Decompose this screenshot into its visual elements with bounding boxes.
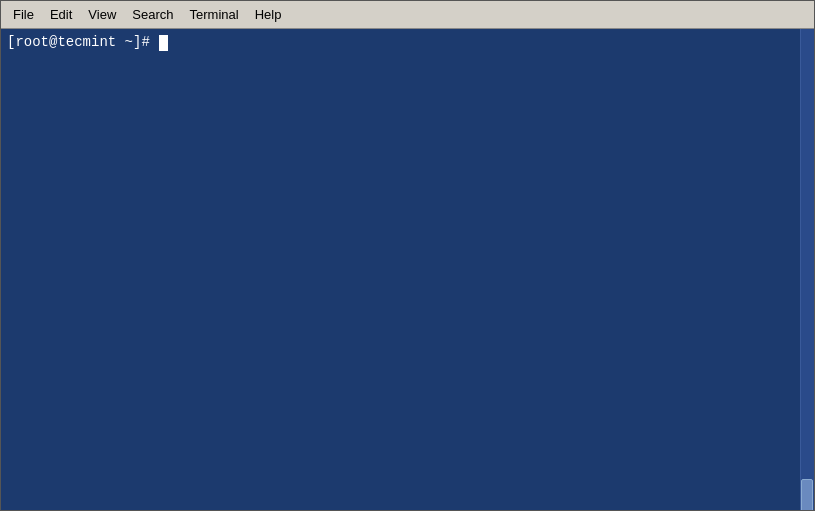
menu-file[interactable]: File [5, 4, 42, 25]
menu-view[interactable]: View [80, 4, 124, 25]
terminal-prompt-line: [root@tecmint ~]# [7, 33, 808, 53]
menu-help[interactable]: Help [247, 4, 290, 25]
terminal-cursor [159, 35, 168, 51]
menu-bar: File Edit View Search Terminal Help [1, 1, 814, 29]
menu-terminal[interactable]: Terminal [182, 4, 247, 25]
prompt-text: [root@tecmint ~]# [7, 33, 158, 53]
menu-edit[interactable]: Edit [42, 4, 80, 25]
scrollbar[interactable] [800, 29, 814, 510]
terminal-body[interactable]: [root@tecmint ~]# [1, 29, 814, 510]
terminal-window: File Edit View Search Terminal Help [roo… [0, 0, 815, 511]
scrollbar-thumb[interactable] [801, 479, 813, 510]
menu-search[interactable]: Search [124, 4, 181, 25]
